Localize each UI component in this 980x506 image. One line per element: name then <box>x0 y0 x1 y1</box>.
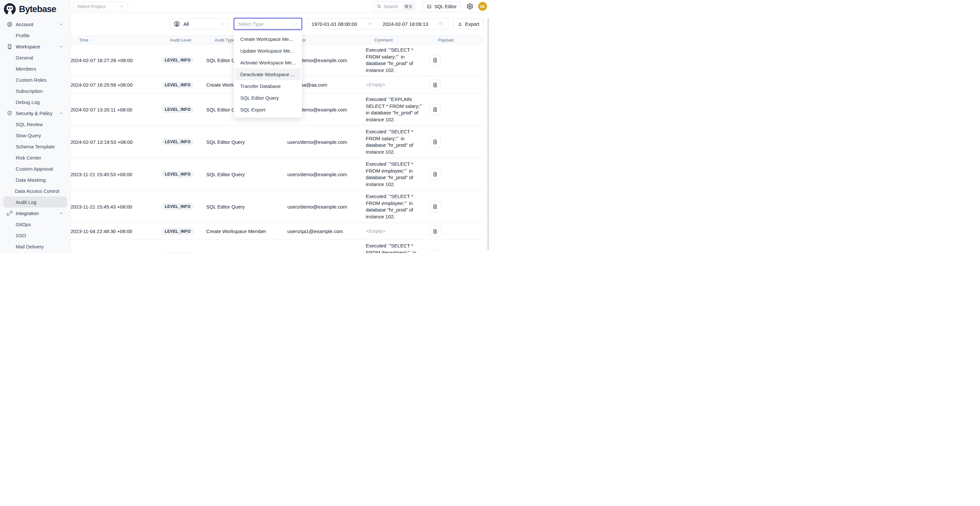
sidebar-item[interactable]: Schema Template <box>3 141 67 152</box>
type-dropdown-option[interactable]: Activate Workspace Me... <box>235 57 301 68</box>
sidebar-item-label: Risk Center <box>16 155 59 161</box>
chevron-down-icon <box>59 22 64 27</box>
sidebar-item[interactable]: Risk Center <box>3 152 67 163</box>
sidebar-item[interactable]: Security & Policy <box>3 108 67 119</box>
type-dropdown-option-label: Update Workspace Me... <box>240 48 294 54</box>
sidebar-item-label: Mail Delivery <box>16 244 59 250</box>
calendar-icon <box>438 21 444 27</box>
sidebar-item[interactable]: Archived <box>3 252 67 253</box>
type-dropdown-option[interactable]: SQL Export <box>235 103 301 115</box>
sidebar-item-label: Custom Roles <box>16 77 59 83</box>
cell-audit-level: LEVEL_INFO <box>161 57 206 64</box>
sidebar-item[interactable]: Custom Approval <box>3 163 67 174</box>
cell-audit-level: LEVEL_INFO <box>161 228 206 235</box>
sidebar-item-label: Members <box>16 66 59 72</box>
file-search-icon <box>432 57 438 63</box>
sidebar-item-label: Workspace <box>16 44 59 49</box>
brand-name: Bytebase <box>19 4 56 14</box>
gear-icon <box>466 3 473 10</box>
sidebar-item[interactable]: Subscription <box>3 85 67 96</box>
chevron-down-icon <box>59 44 64 49</box>
payload-view-button[interactable] <box>430 226 441 237</box>
sidebar-item[interactable]: Workspace <box>3 41 67 52</box>
table-row: 2023-11-21 15:45:43 +08:00 LEVEL_INFO SQ… <box>71 191 483 223</box>
cell-payload <box>430 250 483 253</box>
sidebar-item[interactable]: Debug Log <box>3 96 67 108</box>
payload-view-button[interactable] <box>430 136 441 148</box>
payload-view-button[interactable] <box>430 79 441 91</box>
date-range-picker[interactable]: 1970-01-01 08:00:00 2024-02-07 18:09:13 <box>307 18 449 29</box>
payload-view-button[interactable] <box>430 201 441 212</box>
type-dropdown-option[interactable]: Create Workspace Me... <box>235 33 301 45</box>
cell-payload <box>430 201 483 212</box>
cell-actor: users/demo@example.com <box>287 172 366 177</box>
cell-actor: users/demo@example.com <box>287 204 366 210</box>
sidebar-item[interactable]: Slow Query <box>3 130 67 141</box>
chevron-down-icon <box>119 4 124 9</box>
cell-audit-level: LEVEL_INFO <box>161 106 206 113</box>
cell-payload <box>430 169 483 180</box>
cell-audit-level: LEVEL_INFO <box>161 203 206 210</box>
payload-view-button[interactable] <box>430 104 441 115</box>
level-badge: LEVEL_INFO <box>161 81 194 89</box>
sidebar-item[interactable]: Audit Log <box>3 196 67 208</box>
type-dropdown-option-label: SQL Export <box>240 107 266 113</box>
cell-time: 2023-11-04 22:48:30 +08:00 <box>71 229 161 234</box>
level-badge: LEVEL_INFO <box>161 138 194 145</box>
cell-comment: Executed `"EXPLAIN SELECT * FROM salary;… <box>366 96 430 123</box>
cell-audit-type: SQL Editor Query <box>206 204 287 210</box>
sidebar-item-label: GitOps <box>16 222 59 227</box>
type-dropdown-option[interactable]: Update Workspace Me... <box>235 45 301 57</box>
sidebar-item[interactable]: General <box>3 52 67 63</box>
sidebar-item[interactable]: Integration <box>3 208 67 219</box>
type-dropdown-option[interactable]: Transfer Database <box>235 80 301 92</box>
settings-gear-button[interactable] <box>466 3 473 10</box>
export-label: Export <box>465 21 479 27</box>
file-search-icon <box>432 204 438 210</box>
sql-editor-button[interactable]: SQL Editor <box>422 1 461 11</box>
payload-view-button[interactable] <box>430 54 441 66</box>
sidebar-item-label: Integration <box>16 210 59 216</box>
level-badge: LEVEL_INFO <box>161 252 194 253</box>
sidebar-item[interactable]: Mail Delivery <box>3 241 67 252</box>
file-search-icon <box>432 82 438 88</box>
sidebar-item[interactable]: SSO <box>3 230 67 241</box>
type-dropdown-option[interactable]: Deactivate Workspace ... <box>235 68 301 80</box>
cell-audit-level: LEVEL_INFO <box>161 170 206 178</box>
sidebar-item[interactable]: Members <box>3 63 67 74</box>
sidebar-item[interactable]: GitOps <box>3 219 67 230</box>
sidebar-item-label: SQL Review <box>16 122 59 127</box>
sidebar-item[interactable]: Custom Roles <box>3 74 67 85</box>
search-input[interactable]: Search ⌘ K <box>374 2 415 11</box>
sidebar-item-label: Security & Policy <box>16 110 59 116</box>
sidebar-item-label: SSO <box>16 233 59 238</box>
search-placeholder: Search <box>383 4 401 9</box>
sidebar-item-label: Schema Template <box>16 144 59 150</box>
type-filter-select[interactable]: Select Type <box>234 18 302 30</box>
search-icon <box>377 4 382 9</box>
sidebar-item-label: Data Masking <box>16 177 59 183</box>
actor-filter-value: All <box>183 21 189 27</box>
cell-actor: users/demo@example.com <box>287 139 366 145</box>
sidebar-item-icon <box>6 21 16 27</box>
cell-comment: <Empty> <box>366 228 430 235</box>
sidebar-item[interactable]: Data Access Control <box>3 185 67 196</box>
download-icon <box>457 21 463 27</box>
user-avatar[interactable]: DE <box>478 2 487 11</box>
sidebar-item[interactable]: Account <box>3 19 67 30</box>
project-select[interactable]: Select Project <box>73 2 128 11</box>
sidebar-item[interactable]: SQL Review <box>3 119 67 130</box>
sidebar-item[interactable]: Data Masking <box>3 174 67 185</box>
sidebar-item[interactable]: Profile <box>3 30 67 41</box>
payload-view-button[interactable] <box>430 169 441 180</box>
filter-row: All Select Type Create Workspace Me... U… <box>71 18 490 30</box>
export-button[interactable]: Export <box>453 18 484 29</box>
cell-comment: Executed `"SELECT * FROM salary;"` in da… <box>366 129 430 155</box>
date-range-start: 1970-01-01 08:00:00 <box>312 21 357 27</box>
actor-filter-select[interactable]: All <box>170 18 229 29</box>
sidebar-item-icon <box>6 43 16 50</box>
payload-view-button[interactable] <box>430 250 441 253</box>
vertical-scrollbar[interactable] <box>487 18 489 250</box>
type-dropdown-option[interactable]: SQL Editor Query <box>235 92 301 103</box>
table-header-cell: Payload <box>438 38 483 43</box>
